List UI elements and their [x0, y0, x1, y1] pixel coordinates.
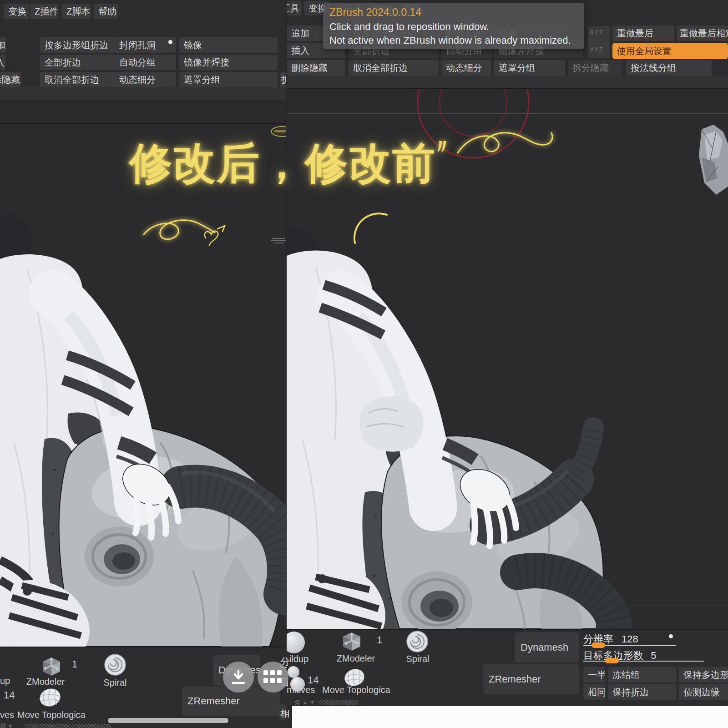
zmodeler-cube-icon-right[interactable] [339, 631, 364, 652]
resolution-value: 128 [622, 633, 638, 645]
detect-edges-button[interactable]: 侦测边缘 [679, 684, 728, 700]
zbrush-comparison-screenshot: 变换 Z插件 Z脚本 帮助 追加 按多边形组折边 封闭孔洞 镜像 插入 全部折边… [0, 0, 728, 728]
buildup-cut-label: ildup [289, 654, 315, 664]
target-slider-handle[interactable] [605, 658, 619, 663]
menu-help[interactable]: 帮助 [94, 4, 118, 19]
caption-after: 修改后， [129, 135, 304, 192]
zmodeler-label-right[interactable]: ZModeler [334, 653, 378, 664]
spiral-shell-icon[interactable] [103, 653, 127, 677]
resolution-slider-handle[interactable] [592, 642, 605, 648]
toolbar-uncrease-all-right[interactable]: 取消全部折边 [349, 60, 439, 76]
move-topological-label-right[interactable]: Move Topologica [322, 685, 399, 695]
same-button[interactable]: 相同 [583, 684, 605, 700]
zremesher-button-left[interactable]: ZRemesher [182, 687, 280, 716]
menu-zplugin[interactable]: Z插件 [30, 4, 58, 19]
toolbar-dynamic-subdiv-right[interactable]: 动态细分 [441, 60, 491, 76]
toolbar-del-hidden-cut[interactable]: 删除隐藏 [0, 72, 21, 87]
resolution-indicator-dot [669, 634, 673, 638]
spiral-label[interactable]: Spiral [101, 677, 129, 688]
target-slider-track[interactable] [583, 661, 704, 662]
right-band [287, 76, 728, 88]
spiral-shell-icon-right[interactable] [404, 630, 430, 653]
menu-tool-cut[interactable]: 工具 [287, 1, 301, 15]
brush-badge-14: 14 [4, 689, 15, 701]
primitives-cut-label: mitives [287, 685, 318, 695]
cut-brush-label: up [0, 676, 12, 686]
keep-polygroups-button[interactable]: 保持多边形组 [679, 667, 728, 682]
close-holes-indicator-dot [168, 40, 172, 44]
toolbar-del-hidden-right[interactable]: 删除隐藏 [287, 60, 345, 76]
download-icon [229, 668, 248, 686]
grid-menu-floating-button[interactable] [258, 662, 288, 693]
cut-curves-label: ves [0, 710, 15, 720]
half-button[interactable]: 一半 [583, 667, 605, 682]
dock-hatch-bar[interactable] [25, 724, 111, 728]
caption-tick-mark: 〃 [431, 133, 453, 161]
horizon-line [287, 113, 728, 114]
caption-before: 修改前 [305, 135, 436, 192]
dock-scrollbar[interactable] [108, 718, 228, 723]
tooltip-popup: ZBrush 2024.0.0.14 Click and drag to rep… [323, 3, 584, 49]
move-topological-icon[interactable] [38, 688, 62, 708]
zremesher-button-right[interactable]: ZRemesher [483, 664, 579, 694]
toolbar-mirror[interactable]: 镜像 [179, 37, 278, 53]
left-band [0, 86, 287, 100]
toolbar-mask-groups-right[interactable]: 遮罩分组 [494, 60, 565, 76]
dock-corner-checker-right [295, 700, 300, 705]
dock-nav-down-icon-right[interactable]: ▼ [309, 699, 315, 705]
toolbar-crease-all[interactable]: 全部折边 [40, 55, 116, 70]
grid-icon [263, 670, 283, 684]
spiral-label-right[interactable]: Spiral [404, 654, 431, 664]
zmodeler-cube-icon[interactable] [39, 656, 64, 677]
tooltip-line2: Not active when ZBrush window is already… [329, 35, 571, 46]
axis-hint-top: XYZ [590, 29, 603, 35]
left-sculpt-viewport[interactable] [0, 124, 287, 647]
toolbar-mirror-weld[interactable]: 镜像并焊接 [179, 55, 278, 70]
toolbar-auto-groups[interactable]: 自动分组 [115, 55, 176, 70]
zmodeler-label[interactable]: ZModeler [18, 677, 73, 687]
white-letterbox [292, 706, 728, 728]
move-topological-icon-right[interactable] [343, 668, 366, 687]
redo-last-button[interactable]: 重做最后 [612, 25, 674, 41]
dynamesh-button-right[interactable]: Dynamesh [515, 632, 579, 662]
redo-last-relative-button[interactable]: 重做最后相对 [677, 25, 728, 41]
toolbar-dynamic-subdiv[interactable]: 动态细分 [115, 72, 176, 87]
menu-zscript[interactable]: Z脚本 [62, 4, 91, 19]
tooltip-line1: Click and drag to reposition window. [329, 21, 489, 33]
toolbar-uncrease-all[interactable]: 取消全部折边 [40, 72, 116, 87]
zmodeler-badge-right: 1 [377, 634, 382, 646]
toolbar-append-cut[interactable]: 追加 [0, 37, 6, 53]
freeze-groups-button[interactable]: 冻结组 [608, 667, 676, 682]
toolbar-close-holes-label: 封闭孔洞 [119, 40, 156, 50]
axis-hint-bottom: XYZ [590, 46, 603, 53]
dock-hatch-bar-right[interactable] [318, 700, 359, 705]
toolbar-crease-pg[interactable]: 按多边形组折边 [40, 37, 116, 53]
toolbar-split-hidden-dim[interactable]: 拆分隐藏 [568, 60, 622, 76]
menu-transform[interactable]: 变换 [4, 4, 29, 19]
toolbar-close-holes[interactable]: 封闭孔洞 [115, 37, 176, 53]
toolbar-mask-groups[interactable]: 遮罩分组 [179, 72, 278, 87]
dock-corner-checker [0, 723, 5, 728]
toolbar-group-by-normals[interactable]: 按法线分组 [626, 60, 712, 76]
download-floating-button[interactable] [223, 662, 254, 693]
dock-nav-down-icon[interactable]: ▼ [7, 723, 13, 728]
move-topological-label[interactable]: Move Topologica [17, 710, 99, 720]
toolbar-insert-cut[interactable]: 插入 [0, 55, 5, 70]
target-poly-value: 5 [651, 650, 656, 661]
buildup-sphere-icon[interactable] [287, 632, 305, 653]
keep-creases-button[interactable]: 保持折边 [608, 684, 676, 700]
zmodeler-badge: 1 [72, 658, 77, 670]
right-dock: ildup 1 ZModeler Spiral 14 mitives Move … [287, 629, 728, 706]
left-band-dark [0, 100, 287, 124]
use-global-settings-button[interactable]: 使用全局设置 [612, 43, 728, 59]
tooltip-title: ZBrush 2024.0.0.14 [329, 6, 421, 19]
dock-nav-up-icon[interactable]: ▲ [302, 699, 308, 705]
sliver-same-char: 相 [280, 707, 290, 720]
